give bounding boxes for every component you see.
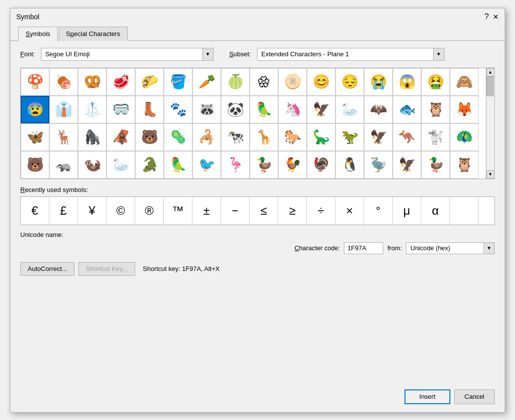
recently-used-cell[interactable]: ™ <box>164 197 192 225</box>
scrollbar-up-btn[interactable]: ▲ <box>486 68 495 76</box>
recently-used-cell[interactable]: ≤ <box>250 197 278 225</box>
symbol-cell[interactable]: 🦜 <box>250 96 278 123</box>
tab-special-characters[interactable]: Special Characters <box>59 27 128 41</box>
recently-used-cell[interactable]: £ <box>49 197 78 225</box>
recently-used-cell[interactable]: μ <box>393 197 421 225</box>
scrollbar-down-btn[interactable]: ▼ <box>486 170 495 179</box>
subset-dropdown-btn[interactable]: ▼ <box>433 48 444 60</box>
symbol-cell[interactable]: 🦋 <box>21 123 49 151</box>
symbol-cell[interactable]: 🦃 <box>307 151 335 179</box>
symbol-cell[interactable]: 🦅 <box>307 96 335 123</box>
recently-used-cell[interactable]: ± <box>192 197 221 225</box>
symbol-cell[interactable]: 🦧 <box>107 123 135 151</box>
shortcut-key-button[interactable]: Shortcut Key... <box>78 262 135 276</box>
autocorrect-button[interactable]: AutoCorrect... <box>20 262 74 276</box>
close-button[interactable]: ✕ <box>493 13 499 21</box>
symbol-cell[interactable]: 🦇 <box>364 96 393 123</box>
symbol-cell[interactable]: 🦉 <box>421 96 450 123</box>
symbol-cell[interactable]: 🦠 <box>164 123 192 151</box>
symbol-cell[interactable]: 🌮 <box>135 68 164 96</box>
symbol-cell[interactable]: 🐓 <box>278 151 307 179</box>
symbol-cell[interactable]: 👢 <box>135 96 164 123</box>
symbol-cell[interactable]: 🦖 <box>335 123 364 151</box>
symbol-cell[interactable]: 🤮 <box>421 68 450 96</box>
symbol-cell[interactable]: 🦉 <box>450 151 478 179</box>
symbol-cell[interactable]: 🥼 <box>78 96 107 123</box>
subset-select[interactable]: Extended Characters - Plane 1 ▼ <box>257 48 444 61</box>
symbol-cell[interactable]: 🐟 <box>393 96 421 123</box>
symbol-cell[interactable]: 🦅 <box>393 151 421 179</box>
recently-used-cell[interactable]: ÷ <box>307 197 335 225</box>
recently-used-cell[interactable]: ¥ <box>78 197 107 225</box>
recently-used-cell[interactable]: × <box>335 197 364 225</box>
tab-symbols[interactable]: Symbols <box>18 27 58 41</box>
symbol-cell[interactable]: 🦆 <box>250 151 278 179</box>
symbol-cell[interactable]: 🍈 <box>221 68 250 96</box>
recently-used-cell[interactable]: © <box>107 197 135 225</box>
charcode-input[interactable] <box>344 242 383 254</box>
scrollbar[interactable]: ▲ ▼ <box>486 68 494 179</box>
from-select[interactable]: Unicode (hex) ▼ <box>406 242 495 254</box>
symbol-cell[interactable]: 🦊 <box>450 96 478 123</box>
font-dropdown-btn[interactable]: ▼ <box>202 48 213 60</box>
font-select[interactable]: Segoe UI Emoji ▼ <box>41 48 214 61</box>
symbol-cell[interactable]: 🐩 <box>421 123 450 151</box>
recently-used-cell[interactable]: − <box>221 197 250 225</box>
symbol-cell[interactable]: 🦦 <box>78 151 107 179</box>
symbol-cell[interactable]: 🥽 <box>107 96 135 123</box>
symbol-cell[interactable]: 🦝 <box>192 96 221 123</box>
symbol-cell[interactable]: 🦆 <box>421 151 450 179</box>
symbol-cell[interactable]: 🦤 <box>364 151 393 179</box>
symbol-cell[interactable]: 🦡 <box>49 151 78 179</box>
symbol-cell[interactable]: 🥕 <box>192 68 221 96</box>
symbol-cell[interactable]: 🦌 <box>49 123 78 151</box>
symbol-cell[interactable]: 😔 <box>335 68 364 96</box>
recently-used-cell[interactable]: ® <box>135 197 164 225</box>
symbol-cell[interactable]: 🐼 <box>221 96 250 123</box>
symbol-cell[interactable]: 🐻 <box>21 151 49 179</box>
help-button[interactable]: ? <box>484 12 489 21</box>
recently-used-cell[interactable] <box>450 197 478 225</box>
symbol-cell[interactable]: 🙈 <box>450 68 478 96</box>
symbol-cell[interactable]: 🦂 <box>192 123 221 151</box>
symbol-cell[interactable]: 🐧 <box>335 151 364 179</box>
symbol-cell[interactable]: 🥩 <box>107 68 135 96</box>
from-dropdown-btn[interactable]: ▼ <box>483 243 494 254</box>
symbol-cell[interactable]: 🦢 <box>107 151 135 179</box>
symbol-cell[interactable]: 🦚 <box>450 123 478 151</box>
symbol-cell[interactable]: 😱 <box>393 68 421 96</box>
symbol-cell[interactable]: 🦘 <box>393 123 421 151</box>
symbol-cell[interactable]: 🍖 <box>49 68 78 96</box>
symbol-cell[interactable]: 🦅 <box>364 123 393 151</box>
cancel-button[interactable]: Cancel <box>454 389 495 404</box>
symbol-cell[interactable]: 😭 <box>364 68 393 96</box>
symbol-cell[interactable]: 🐎 <box>278 123 307 151</box>
scrollbar-thumb[interactable] <box>486 76 494 96</box>
insert-button[interactable]: Insert <box>405 389 450 404</box>
scrollbar-track[interactable] <box>486 76 494 170</box>
symbol-cell[interactable]: 🏵 <box>250 68 278 96</box>
recently-used-cell[interactable]: ° <box>364 197 393 225</box>
symbol-cell[interactable]: 🍄 <box>21 68 49 96</box>
symbol-cell[interactable]: 🫓 <box>278 68 307 96</box>
symbol-cell[interactable]: 🦜 <box>164 151 192 179</box>
symbol-cell[interactable]: 🪣 <box>164 68 192 96</box>
recently-used-cell[interactable]: € <box>21 197 49 225</box>
recently-used-cell[interactable]: ≥ <box>278 197 307 225</box>
symbol-cell[interactable]: 🥨 <box>78 68 107 96</box>
symbol-cell[interactable]: 🦩 <box>221 151 250 179</box>
symbol-cell[interactable]: 🐻 <box>135 123 164 151</box>
symbol-cell[interactable]: 🦢 <box>335 96 364 123</box>
symbol-cell[interactable]: 🦕 <box>307 123 335 151</box>
symbol-cell[interactable]: 👔 <box>49 96 78 123</box>
symbol-cell[interactable]: 😰 <box>21 96 49 123</box>
recently-used-cell[interactable]: α <box>421 197 450 225</box>
symbol-cell[interactable]: 🐾 <box>164 96 192 123</box>
symbol-cell[interactable]: 🐄 <box>221 123 250 151</box>
symbol-cell[interactable]: 🦍 <box>78 123 107 151</box>
symbol-cell[interactable]: 🦒 <box>250 123 278 151</box>
symbol-cell[interactable]: 🦄 <box>278 96 307 123</box>
symbol-cell[interactable]: 🐊 <box>135 151 164 179</box>
symbol-cell[interactable]: 😊 <box>307 68 335 96</box>
symbol-cell[interactable]: 🐦 <box>192 151 221 179</box>
